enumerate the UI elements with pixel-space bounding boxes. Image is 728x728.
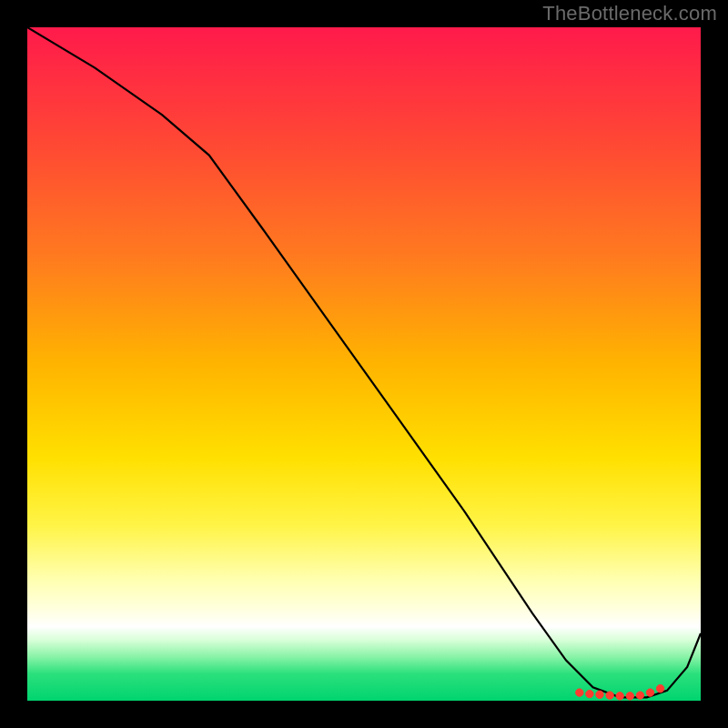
bottom-cluster-3 — [596, 691, 603, 698]
bottom-cluster-9 — [656, 685, 663, 693]
bottleneck-curve — [27, 27, 701, 697]
bottom-cluster-8 — [646, 689, 653, 696]
bottom-cluster-6 — [626, 693, 633, 700]
bottom-cluster-7 — [636, 692, 643, 699]
chart-overlay — [27, 27, 701, 701]
bottom-cluster-4 — [606, 692, 613, 699]
chart-frame: TheBottleneck.com — [0, 0, 728, 728]
bottom-dot-cluster — [576, 685, 664, 701]
bottom-cluster-2 — [586, 690, 593, 697]
bottom-cluster-1 — [576, 689, 583, 696]
watermark-label: TheBottleneck.com — [542, 2, 717, 25]
bottom-cluster-5 — [616, 693, 623, 700]
